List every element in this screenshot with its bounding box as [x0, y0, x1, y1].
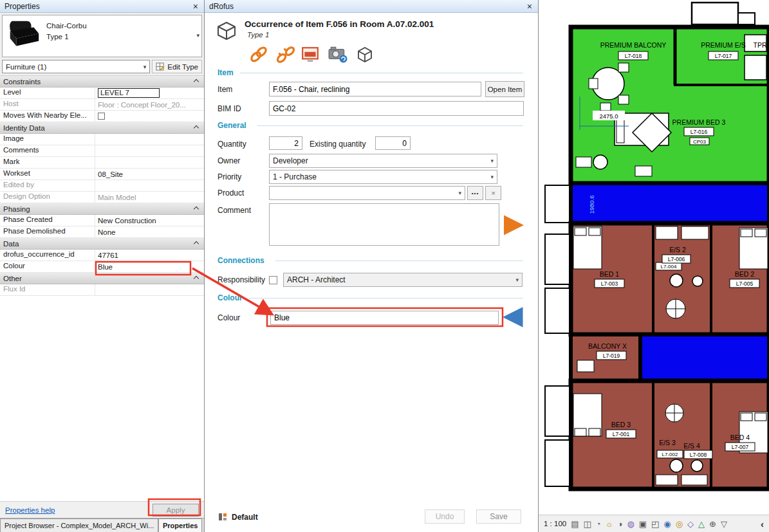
property-value[interactable] [95, 111, 204, 122]
floor-plan[interactable]: 2475.0 1980.6 PREMIUM BALCONY L7-018 PRE… [539, 0, 769, 515]
detail-level-icon[interactable]: ◫ [583, 520, 591, 528]
property-row-phase-created: Phase CreatedNew Construction [0, 215, 204, 226]
show-rendering-icon[interactable]: ◍ [627, 520, 634, 528]
unlink-icon[interactable] [277, 46, 295, 63]
property-value[interactable] [95, 134, 204, 145]
responsibility-checkbox[interactable] [269, 276, 277, 284]
type-name-block: Chair-Corbu Type 1 [44, 15, 89, 48]
properties-help-link[interactable]: Properties help [5, 506, 55, 514]
section-divider [275, 261, 523, 261]
quantity-input[interactable] [269, 136, 302, 150]
chevron-down-icon[interactable]: ▾ [196, 32, 199, 39]
category-filter-combobox[interactable]: Furniture (1) ▾ [2, 60, 150, 73]
show-on-screen-icon[interactable] [301, 46, 319, 63]
property-value[interactable] [95, 284, 204, 295]
temporary-hide-icon[interactable]: ◉ [663, 520, 671, 528]
reveal-hidden-icon[interactable]: ◎ [676, 520, 683, 528]
filter-icon[interactable]: ▽ [721, 520, 727, 528]
close-icon[interactable]: × [192, 2, 199, 11]
responsibility-select[interactable]: ARCH - Architect ▾ [283, 273, 523, 287]
svg-text:2475.0: 2475.0 [599, 113, 618, 120]
existing-quantity-input[interactable] [375, 136, 411, 150]
collapse-chevron-icon[interactable] [194, 241, 199, 246]
collapse-chevron-icon[interactable] [194, 275, 199, 280]
room-label: BED 4 [730, 434, 750, 441]
section-header-constraints[interactable]: Constraints [0, 76, 204, 87]
edit-type-button[interactable]: Edit Type [152, 60, 202, 73]
view-control-bar: 1 : 100 ▤◫◔☼◑◍▣◰◉◎◇△⊕▽‹ [539, 515, 769, 532]
property-value[interactable] [95, 145, 204, 156]
checkbox[interactable] [98, 113, 105, 120]
priority-select[interactable]: 1 - Purchase ▾ [269, 170, 497, 184]
scale-menu-icon[interactable]: ▤ [571, 520, 579, 528]
analytical-model-icon[interactable]: △ [698, 520, 705, 528]
visual-style-icon[interactable]: ◔ [596, 520, 601, 528]
product-browse-button[interactable]: ••• [467, 186, 483, 200]
show-crop-icon[interactable]: ◰ [651, 520, 659, 528]
section-header-identity-data[interactable]: Identity Data [0, 122, 204, 134]
sun-path-icon[interactable]: ☼ [606, 520, 613, 528]
occurrence-subtitle: Type 1 [247, 31, 269, 39]
property-name: drofus_occurrence_id [0, 250, 95, 261]
apply-button[interactable]: Apply [153, 504, 199, 517]
close-icon[interactable]: × [526, 2, 533, 11]
tab-project-browser[interactable]: Project Browser - Complex_Model_ARCH_Wi.… [0, 518, 158, 532]
save-button[interactable]: Save [476, 509, 521, 524]
colour-input[interactable] [270, 311, 499, 325]
section-header-data[interactable]: Data [0, 238, 204, 250]
camera-sync-icon[interactable] [328, 45, 347, 63]
room-tag: L7-007 [732, 444, 749, 450]
section-header-phasing[interactable]: Phasing [0, 203, 204, 215]
collapse-chevron-icon[interactable] [194, 125, 199, 130]
properties-footer: Properties help Apply [0, 501, 204, 518]
type-family-name: Chair-Corbu [46, 22, 87, 30]
owner-select[interactable]: Developer ▾ [269, 154, 497, 168]
property-value[interactable]: Blue [95, 261, 204, 272]
owner-value: Developer [273, 156, 308, 165]
link-icon[interactable] [250, 46, 268, 63]
property-value[interactable]: LEVEL 7 [95, 87, 204, 98]
property-value[interactable]: None [95, 226, 204, 237]
property-value[interactable]: 47761 [95, 250, 204, 261]
product-clear-button[interactable]: × [485, 186, 501, 200]
section-divider [240, 73, 523, 73]
property-row-host: HostFloor : Concept Floor_20... [0, 99, 204, 111]
property-value[interactable]: 08_Site [95, 169, 204, 179]
tab-properties[interactable]: Properties [158, 518, 202, 532]
type-selector-preview[interactable]: Chair-Corbu Type 1 ▾ [2, 15, 202, 57]
property-name: Host [0, 99, 95, 110]
room-tag: L7-001 [613, 431, 630, 437]
property-value[interactable] [95, 157, 204, 168]
collapse-chevron-icon[interactable] [194, 78, 199, 84]
room-tag: L7-005 [736, 280, 754, 287]
default-label[interactable]: Default [232, 513, 258, 522]
section-header-other[interactable]: Other [0, 273, 204, 284]
property-name: Edited by [0, 180, 95, 191]
open-item-button[interactable]: Open Item [485, 81, 524, 97]
property-value[interactable] [95, 180, 204, 191]
property-value[interactable]: New Construction [95, 215, 204, 226]
room-label: E/S 4 [683, 442, 700, 450]
item-input[interactable] [269, 82, 481, 96]
type-variant-name: Type 1 [46, 33, 69, 41]
default-layout-icon [218, 511, 228, 522]
shadows-icon[interactable]: ◑ [618, 520, 623, 528]
property-row-design-option: Design OptionMain Model [0, 192, 204, 203]
drofus-titlebar: dRofus × [205, 0, 538, 13]
product-select[interactable]: ▾ [269, 186, 465, 200]
temporary-view-icon[interactable]: ◇ [687, 520, 694, 528]
floor-plan-view[interactable]: 2475.0 1980.6 PREMIUM BALCONY L7-018 PRE… [539, 0, 769, 532]
view-scale[interactable]: 1 : 100 [544, 520, 566, 527]
constraints-icon[interactable]: ⊕ [709, 520, 716, 528]
property-value[interactable]: Floor : Concept Floor_20... [95, 99, 204, 110]
expand-panel-icon[interactable]: ‹ [761, 519, 764, 529]
comment-textarea[interactable] [269, 203, 499, 246]
undo-button[interactable]: Undo [425, 509, 465, 524]
crop-view-icon[interactable]: ▣ [639, 520, 647, 528]
bim-id-input[interactable] [269, 101, 524, 116]
bim-object-icon[interactable] [357, 46, 373, 63]
room-label: PREMIUM BALCONY [600, 41, 667, 49]
chevron-down-icon: ▾ [490, 158, 494, 164]
collapse-chevron-icon[interactable] [194, 206, 199, 211]
property-value[interactable]: Main Model [95, 192, 204, 203]
